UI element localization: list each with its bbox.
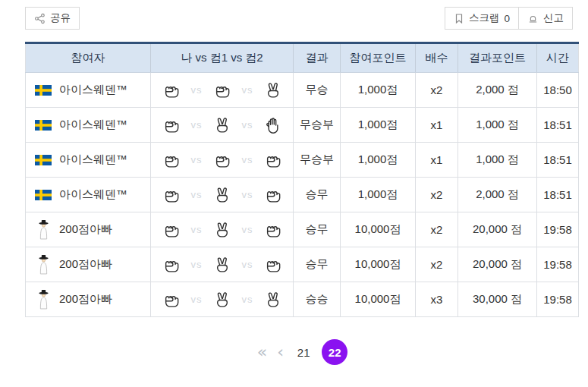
time-cell: 18:51 (537, 178, 579, 212)
scissors-hand-icon (212, 220, 232, 240)
table-row: 아이스웨덴™ vs vs 무승부 1,000점 x1 1,000 점 18:51 (26, 108, 579, 143)
result-cell: 무승 (294, 73, 341, 108)
vs-label: vs (242, 84, 253, 96)
column-header: 결과포인트 (458, 43, 537, 73)
bet-points-cell: 10,000점 (341, 247, 416, 282)
scholar-icon (34, 289, 52, 310)
share-button-label: 공유 (50, 11, 71, 25)
share-icon (34, 13, 46, 24)
pagination: « ‹ 2122 (25, 338, 578, 366)
hands-cell: vs vs (151, 73, 294, 108)
vs-label: vs (191, 189, 203, 200)
rock-hand-icon (162, 150, 181, 170)
vs-label: vs (191, 224, 203, 235)
rock-hand-icon (263, 185, 283, 205)
multiplier-cell: x1 (416, 108, 458, 143)
time-cell: 18:50 (537, 73, 579, 108)
scissors-hand-icon (212, 185, 232, 205)
scissors-hand-icon (263, 80, 283, 100)
bet-points-cell: 1,000점 (341, 73, 416, 108)
rock-hand-icon (162, 115, 181, 135)
bet-points-cell: 1,000점 (341, 178, 416, 212)
multiplier-cell: x2 (416, 247, 458, 282)
time-cell: 18:51 (537, 108, 579, 143)
vs-label: vs (191, 119, 203, 131)
payout-points-cell: 1,000 점 (458, 143, 537, 178)
player-cell: 아이스웨덴™ (26, 73, 151, 108)
player-name: 아이스웨덴™ (59, 118, 127, 132)
vs-label: vs (242, 224, 253, 235)
table-row: 아이스웨덴™ vs vs 무승부 1,000점 x1 1,000 점 18:51 (26, 143, 579, 178)
hands-cell: vs vs (151, 282, 294, 317)
player-name: 아이스웨덴™ (59, 187, 127, 202)
paper-hand-icon (263, 115, 283, 135)
game-results-table: 참여자나 vs 컴1 vs 컴2결과참여포인트배수결과포인트시간 아이스웨덴™ … (25, 42, 579, 317)
column-header: 배수 (416, 43, 458, 73)
table-row: 200점아빠 vs vs 승승 10,000점 x3 30,000 점 19:5… (26, 282, 579, 317)
scrap-button[interactable]: 스크랩 0 (445, 7, 519, 30)
rock-hand-icon (263, 150, 283, 170)
rock-hand-icon (162, 255, 181, 275)
vs-label: vs (242, 154, 253, 165)
rock-hand-icon (162, 185, 181, 205)
result-cell: 승무 (294, 178, 341, 212)
rock-hand-icon (212, 150, 232, 170)
player-name: 아이스웨덴™ (59, 83, 127, 97)
page-button-21[interactable]: 21 (292, 339, 315, 365)
sweden-flag-icon (34, 85, 52, 96)
result-cell: 승승 (294, 282, 341, 317)
column-header: 참여자 (26, 43, 151, 73)
bet-points-cell: 10,000점 (341, 212, 416, 247)
vs-label: vs (191, 154, 203, 165)
table-row: 아이스웨덴™ vs vs 무승 1,000점 x2 2,000 점 18:50 (26, 73, 579, 108)
share-button[interactable]: 공유 (25, 7, 80, 30)
rock-hand-icon (263, 255, 283, 275)
player-name: 200점아빠 (59, 222, 112, 237)
time-cell: 19:58 (537, 247, 579, 282)
player-cell: 200점아빠 (26, 247, 151, 282)
multiplier-cell: x1 (416, 143, 458, 178)
rock-hand-icon (162, 220, 181, 240)
scrap-button-label: 스크랩 (469, 11, 500, 25)
first-page-button[interactable]: « (256, 344, 269, 360)
player-name: 200점아빠 (59, 257, 112, 272)
vs-label: vs (242, 259, 253, 270)
sweden-flag-icon (34, 120, 52, 131)
report-button[interactable]: 신고 (518, 7, 573, 30)
player-name: 200점아빠 (59, 292, 112, 307)
scholar-icon (34, 254, 52, 275)
result-cell: 무승부 (294, 143, 341, 178)
rock-hand-icon (263, 220, 283, 240)
prev-page-button[interactable]: ‹ (275, 344, 285, 360)
hands-cell: vs vs (151, 143, 294, 178)
payout-points-cell: 20,000 점 (458, 212, 537, 247)
bookmark-icon (454, 13, 464, 24)
siren-icon (527, 13, 539, 24)
hands-cell: vs vs (151, 212, 294, 247)
page-button-22-active[interactable]: 22 (322, 339, 347, 365)
vs-label: vs (242, 294, 253, 305)
column-header: 참여포인트 (341, 43, 416, 73)
scrap-count: 0 (504, 13, 510, 24)
payout-points-cell: 20,000 점 (458, 247, 537, 282)
multiplier-cell: x3 (416, 282, 458, 317)
time-cell: 19:58 (537, 212, 579, 247)
player-cell: 200점아빠 (26, 282, 151, 317)
hands-cell: vs vs (151, 108, 294, 143)
multiplier-cell: x2 (416, 212, 458, 247)
rock-hand-icon (162, 80, 181, 100)
column-header: 결과 (294, 43, 341, 73)
scissors-hand-icon (212, 255, 232, 275)
time-cell: 19:58 (537, 282, 579, 317)
bet-points-cell: 10,000점 (341, 282, 416, 317)
payout-points-cell: 30,000 점 (458, 282, 537, 317)
table-row: 200점아빠 vs vs 승무 10,000점 x2 20,000 점 19:5… (26, 212, 579, 247)
hands-cell: vs vs (151, 247, 294, 282)
table-header-row: 참여자나 vs 컴1 vs 컴2결과참여포인트배수결과포인트시간 (26, 43, 579, 73)
scissors-hand-icon (212, 290, 232, 310)
sweden-flag-icon (34, 155, 52, 165)
multiplier-cell: x2 (416, 178, 458, 212)
payout-points-cell: 2,000 점 (458, 178, 537, 212)
table-row: 아이스웨덴™ vs vs 승무 1,000점 x2 2,000 점 18:51 (26, 178, 579, 212)
vs-label: vs (191, 84, 203, 96)
